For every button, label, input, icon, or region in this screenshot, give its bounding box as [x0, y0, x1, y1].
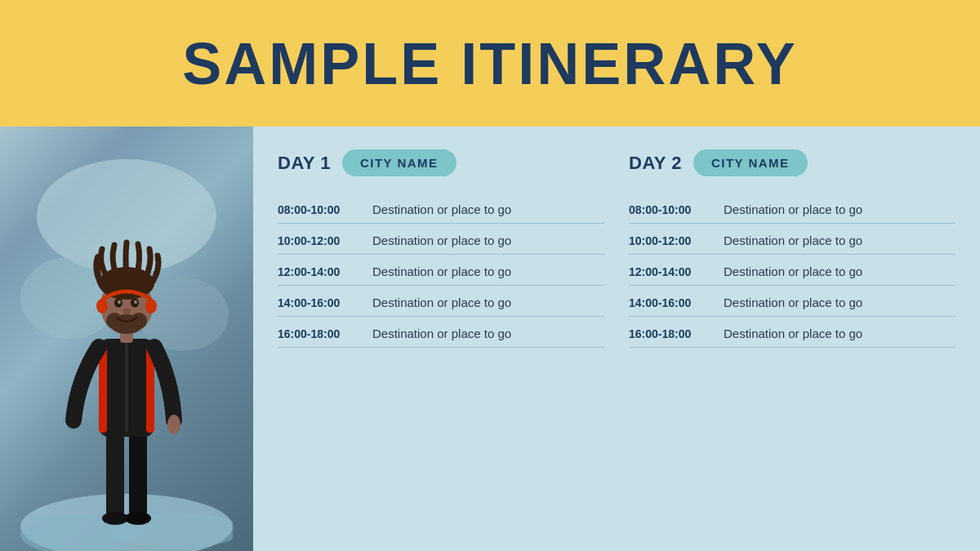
- day2-column: DAY 2 CITY NAME 08:00-10:00 Destination …: [629, 149, 956, 535]
- day1-item-1: 10:00-12:00 Destination or place to go: [278, 224, 604, 255]
- day2-schedule: 08:00-10:00 Destination or place to go 1…: [629, 193, 956, 348]
- day1-item-0: 08:00-10:00 Destination or place to go: [278, 193, 604, 224]
- day1-time-4: 16:00-18:00: [278, 327, 359, 340]
- schedule-area: DAY 1 CITY NAME 08:00-10:00 Destination …: [253, 127, 980, 551]
- photo-background: [0, 127, 253, 551]
- svg-point-26: [96, 299, 108, 313]
- day1-schedule: 08:00-10:00 Destination or place to go 1…: [278, 193, 604, 348]
- svg-point-8: [102, 512, 128, 525]
- svg-rect-6: [106, 429, 124, 518]
- day1-item-2: 12:00-14:00 Destination or place to go: [278, 255, 604, 286]
- day2-item-3: 14:00-16:00 Destination or place to go: [629, 286, 956, 317]
- day1-label: DAY 1: [278, 153, 331, 174]
- day1-dest-0: Destination or place to go: [372, 202, 511, 216]
- day2-dest-1: Destination or place to go: [724, 233, 862, 247]
- person-illustration: [20, 151, 233, 551]
- svg-point-23: [134, 300, 137, 304]
- day1-time-0: 08:00-10:00: [278, 203, 359, 216]
- content-area: DAY 1 CITY NAME 08:00-10:00 Destination …: [0, 127, 980, 551]
- header-banner: SAMPLE ITINERARY: [0, 0, 980, 127]
- svg-point-14: [167, 415, 180, 434]
- svg-point-27: [145, 299, 157, 313]
- day2-item-0: 08:00-10:00 Destination or place to go: [629, 193, 956, 224]
- day2-dest-2: Destination or place to go: [724, 264, 862, 278]
- svg-point-22: [118, 300, 121, 304]
- day1-dest-4: Destination or place to go: [372, 327, 511, 340]
- day2-city-badge: CITY NAME: [693, 149, 808, 176]
- day1-dest-1: Destination or place to go: [372, 233, 511, 247]
- day2-dest-3: Destination or place to go: [724, 295, 862, 309]
- svg-point-24: [122, 308, 131, 314]
- day1-time-3: 14:00-16:00: [278, 296, 359, 309]
- day2-dest-4: Destination or place to go: [724, 327, 862, 340]
- svg-point-9: [125, 512, 151, 525]
- svg-rect-7: [129, 429, 147, 518]
- day1-dest-3: Destination or place to go: [372, 295, 511, 309]
- day1-time-1: 10:00-12:00: [278, 234, 359, 247]
- day2-item-4: 16:00-18:00 Destination or place to go: [629, 317, 956, 348]
- day1-dest-2: Destination or place to go: [372, 264, 511, 278]
- day1-item-4: 16:00-18:00 Destination or place to go: [278, 317, 604, 348]
- day1-time-2: 12:00-14:00: [278, 265, 359, 278]
- day1-city-badge: CITY NAME: [342, 149, 457, 176]
- day2-dest-0: Destination or place to go: [724, 202, 862, 216]
- day2-header: DAY 2 CITY NAME: [629, 149, 956, 176]
- day2-time-0: 08:00-10:00: [629, 203, 710, 216]
- page: SAMPLE ITINERARY: [0, 0, 980, 551]
- day2-time-2: 12:00-14:00: [629, 265, 710, 278]
- svg-rect-13: [125, 343, 128, 433]
- day1-item-3: 14:00-16:00 Destination or place to go: [278, 286, 604, 317]
- day2-time-3: 14:00-16:00: [629, 296, 710, 309]
- day2-time-4: 16:00-18:00: [629, 327, 710, 340]
- day2-time-1: 10:00-12:00: [629, 234, 710, 247]
- day1-column: DAY 1 CITY NAME 08:00-10:00 Destination …: [278, 149, 604, 535]
- photo-column: [0, 127, 253, 551]
- day2-label: DAY 2: [629, 153, 682, 174]
- day1-header: DAY 1 CITY NAME: [278, 149, 604, 176]
- day2-item-2: 12:00-14:00 Destination or place to go: [629, 255, 956, 286]
- page-title: SAMPLE ITINERARY: [182, 30, 797, 97]
- day2-item-1: 10:00-12:00 Destination or place to go: [629, 224, 956, 255]
